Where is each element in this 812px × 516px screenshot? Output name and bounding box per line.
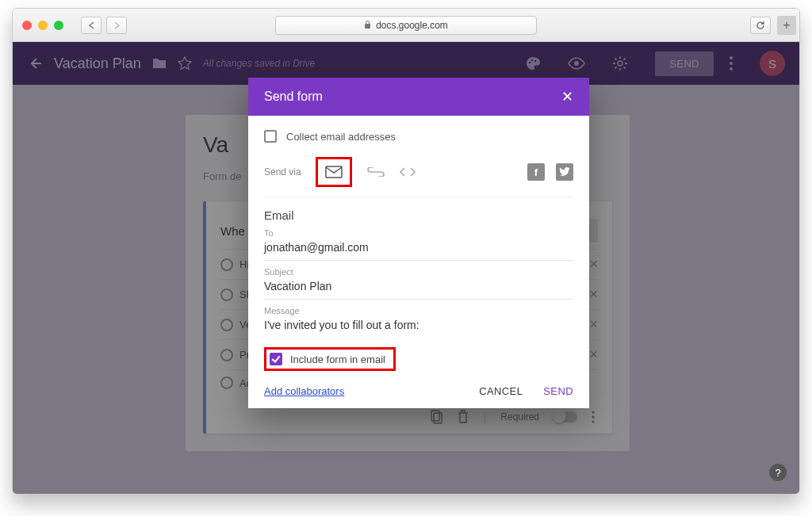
highlight-email-tab <box>316 157 352 187</box>
zoom-window-icon[interactable] <box>54 21 63 30</box>
subject-input[interactable]: Vacation Plan <box>264 277 573 300</box>
svg-rect-0 <box>365 24 370 29</box>
browser-forward-button[interactable] <box>106 17 127 34</box>
help-icon[interactable]: ? <box>769 464 787 481</box>
minimize-window-icon[interactable] <box>38 21 48 30</box>
browser-back-button[interactable] <box>81 17 102 34</box>
reload-button[interactable] <box>750 17 771 34</box>
dialog-cancel-button[interactable]: CANCEL <box>479 385 523 397</box>
dialog-close-icon[interactable]: ✕ <box>561 88 573 105</box>
send-form-dialog: Send form ✕ Collect email addresses Send… <box>248 78 589 408</box>
email-section-title: Email <box>264 208 573 222</box>
include-form-checkbox[interactable] <box>270 353 282 365</box>
url-text: docs.google.com <box>376 20 448 31</box>
send-via-embed-tab[interactable] <box>392 159 423 185</box>
send-via-label: Send via <box>264 166 301 178</box>
lock-icon <box>364 21 371 29</box>
send-via-link-tab[interactable] <box>360 159 392 185</box>
envelope-icon <box>325 166 343 178</box>
window-controls <box>22 21 63 30</box>
message-label: Message <box>264 306 573 315</box>
message-input[interactable]: I've invited you to fill out a form: <box>264 315 573 338</box>
dialog-header: Send form ✕ <box>248 78 589 116</box>
collect-emails-label: Collect email addresses <box>286 131 396 143</box>
close-window-icon[interactable] <box>22 21 32 30</box>
new-tab-button[interactable]: + <box>777 16 796 35</box>
to-label: To <box>264 228 573 238</box>
add-collaborators-link[interactable]: Add collaborators <box>264 385 344 397</box>
to-input[interactable]: jonathan@gmail.com <box>264 238 573 261</box>
link-icon <box>367 167 385 177</box>
dialog-title: Send form <box>264 90 323 104</box>
highlight-include-form: Include form in email <box>264 347 396 371</box>
dialog-send-button[interactable]: SEND <box>543 385 573 397</box>
embed-icon <box>399 166 416 178</box>
include-form-label: Include form in email <box>290 354 385 365</box>
browser-window: docs.google.com + Vacation Plan All chan… <box>12 8 800 495</box>
subject-label: Subject <box>264 267 573 277</box>
share-facebook-icon[interactable]: f <box>527 163 545 181</box>
share-twitter-icon[interactable] <box>556 163 573 181</box>
collect-emails-checkbox[interactable] <box>264 130 277 143</box>
address-bar[interactable]: docs.google.com <box>275 16 537 35</box>
svg-rect-14 <box>326 166 342 178</box>
browser-title-bar: docs.google.com + <box>13 9 799 42</box>
send-via-row: Send via f <box>264 152 573 197</box>
send-via-email-tab[interactable] <box>318 159 350 185</box>
